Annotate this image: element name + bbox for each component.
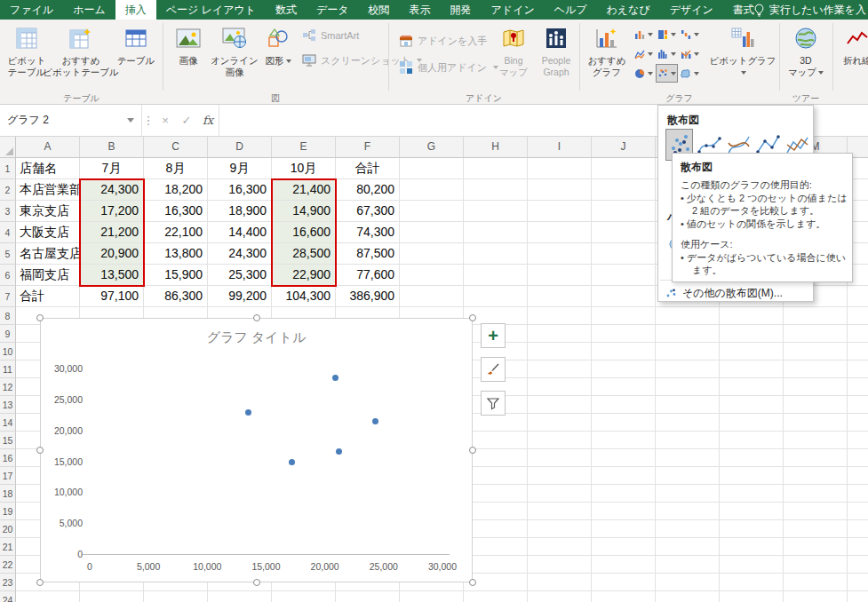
- cell-M15[interactable]: [784, 432, 848, 449]
- cell-E6[interactable]: 22,900: [272, 265, 336, 286]
- select-all-corner[interactable]: [0, 137, 16, 157]
- cell-F4[interactable]: 74,300: [336, 222, 400, 243]
- cell-J14[interactable]: [592, 414, 656, 432]
- row-header-9[interactable]: 9: [0, 325, 16, 343]
- cell-K9[interactable]: [656, 325, 720, 343]
- cell-J18[interactable]: [592, 485, 656, 503]
- cell-J5[interactable]: [592, 243, 656, 265]
- cell-B24[interactable]: [80, 591, 144, 602]
- recommended-charts-button[interactable]: おすすめグラフ: [585, 21, 629, 91]
- pictures-button[interactable]: 画像: [169, 21, 208, 91]
- cell-K23[interactable]: [656, 574, 720, 591]
- row-header-19[interactable]: 19: [0, 503, 16, 520]
- cell-B5[interactable]: 20,900: [80, 243, 144, 265]
- cell-I15[interactable]: [528, 432, 592, 449]
- row-header-24[interactable]: 24: [0, 591, 16, 602]
- cell-A5[interactable]: 名古屋支店: [16, 243, 80, 265]
- tab-データ[interactable]: データ: [307, 0, 359, 20]
- tab-校閲[interactable]: 校閲: [359, 0, 400, 20]
- cell-I9[interactable]: [528, 325, 592, 343]
- tab-開発[interactable]: 開発: [441, 0, 482, 20]
- chart-resize-handle[interactable]: [469, 579, 476, 586]
- pivotchart-button[interactable]: ピボットグラフ: [716, 21, 769, 91]
- cell-L9[interactable]: [720, 325, 784, 343]
- cell-N12[interactable]: [848, 378, 868, 396]
- row-header-15[interactable]: 15: [0, 432, 16, 449]
- cell-F1[interactable]: 合計: [336, 158, 400, 179]
- cell-C1[interactable]: 8月: [144, 158, 208, 179]
- cell-L18[interactable]: [720, 485, 784, 503]
- chart-filters-button[interactable]: [481, 391, 506, 416]
- cell-F2[interactable]: 80,200: [336, 179, 400, 201]
- row-header-21[interactable]: 21: [0, 538, 16, 556]
- cell-N10[interactable]: [848, 343, 868, 360]
- cell-F7[interactable]: 386,900: [336, 286, 400, 307]
- cell-J2[interactable]: [592, 179, 656, 201]
- cell-L21[interactable]: [720, 538, 784, 556]
- cell-J15[interactable]: [592, 432, 656, 449]
- row-header-22[interactable]: 22: [0, 556, 16, 574]
- column-header-I[interactable]: I: [528, 137, 592, 157]
- cell-B7[interactable]: 97,100: [80, 286, 144, 307]
- cell-J24[interactable]: [592, 591, 656, 602]
- cell-K15[interactable]: [656, 432, 720, 449]
- cell-B4[interactable]: 21,200: [80, 222, 144, 243]
- chart-resize-handle[interactable]: [36, 314, 44, 321]
- row-header-5[interactable]: 5: [0, 243, 16, 265]
- row-header-2[interactable]: 2: [0, 179, 16, 201]
- cell-M13[interactable]: [784, 396, 848, 414]
- scatter-data-point[interactable]: [289, 459, 295, 465]
- row-header-6[interactable]: 6: [0, 265, 16, 286]
- cell-D5[interactable]: 24,300: [208, 243, 272, 265]
- cell-K12[interactable]: [656, 378, 720, 396]
- insert-pie-chart-button[interactable]: [633, 64, 655, 83]
- tab-挿入[interactable]: 挿入: [115, 0, 156, 20]
- cell-L23[interactable]: [720, 574, 784, 591]
- cell-L11[interactable]: [720, 360, 784, 378]
- row-header-23[interactable]: 23: [0, 574, 16, 591]
- cell-L15[interactable]: [720, 432, 784, 449]
- cell-M16[interactable]: [784, 449, 848, 467]
- cell-J3[interactable]: [592, 201, 656, 222]
- column-header-B[interactable]: B: [80, 137, 144, 157]
- cell-N15[interactable]: [848, 432, 868, 449]
- chart-resize-handle[interactable]: [253, 314, 260, 321]
- row-header-7[interactable]: 7: [0, 286, 16, 307]
- cell-M14[interactable]: [784, 414, 848, 432]
- cell-J19[interactable]: [592, 503, 656, 520]
- cell-I12[interactable]: [528, 378, 592, 396]
- cell-J9[interactable]: [592, 325, 656, 343]
- cell-I22[interactable]: [528, 556, 592, 574]
- cell-L14[interactable]: [720, 414, 784, 432]
- cell-L17[interactable]: [720, 467, 784, 485]
- cell-G6[interactable]: [400, 265, 464, 286]
- cell-G5[interactable]: [400, 243, 464, 265]
- cell-K13[interactable]: [656, 396, 720, 414]
- insert-line-chart-button[interactable]: [633, 44, 655, 63]
- cell-H14[interactable]: [464, 414, 528, 432]
- cell-B6[interactable]: 13,500: [80, 265, 144, 286]
- cell-K24[interactable]: [656, 591, 720, 602]
- column-header-D[interactable]: D: [208, 137, 272, 157]
- cell-A2[interactable]: 本店営業部: [16, 179, 80, 201]
- row-header-3[interactable]: 3: [0, 201, 16, 222]
- cell-I14[interactable]: [528, 414, 592, 432]
- cell-I13[interactable]: [528, 396, 592, 414]
- cell-H22[interactable]: [464, 556, 528, 574]
- cell-M21[interactable]: [784, 538, 848, 556]
- cell-I21[interactable]: [528, 538, 592, 556]
- cell-N22[interactable]: [848, 556, 868, 574]
- scatter-data-point[interactable]: [372, 418, 378, 424]
- cell-L10[interactable]: [720, 343, 784, 360]
- name-box[interactable]: グラフ 2: [0, 105, 142, 136]
- insert-waterfall-chart-button[interactable]: [679, 25, 701, 44]
- cell-C5[interactable]: 13,800: [144, 243, 208, 265]
- tab-ファイル[interactable]: ファイル: [0, 0, 63, 20]
- cell-E5[interactable]: 28,500: [272, 243, 336, 265]
- column-header-J[interactable]: J: [592, 137, 656, 157]
- shapes-button[interactable]: 図形: [261, 21, 295, 91]
- cell-K22[interactable]: [656, 556, 720, 574]
- cell-H21[interactable]: [464, 538, 528, 556]
- cell-J16[interactable]: [592, 449, 656, 467]
- cell-D24[interactable]: [208, 591, 272, 602]
